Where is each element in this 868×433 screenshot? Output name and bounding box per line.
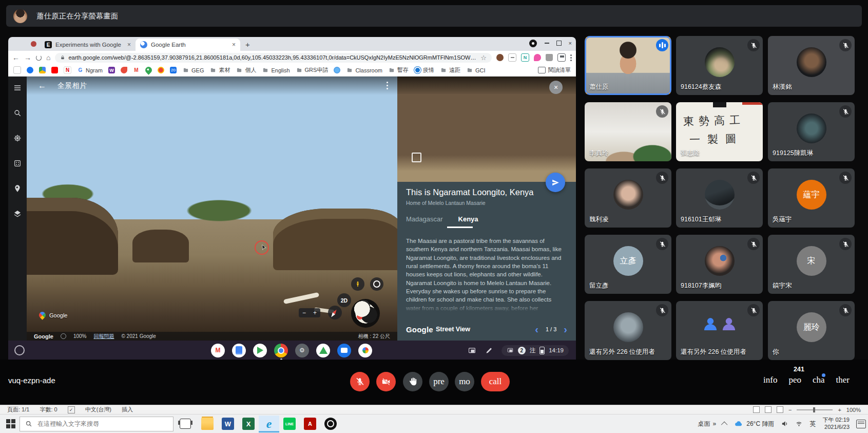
extension-icon[interactable]: N xyxy=(521,53,529,62)
tile-participant[interactable]: 916101王郁琳 xyxy=(676,168,763,228)
acrobat-button[interactable]: A xyxy=(300,416,320,432)
people-button[interactable]: peo xyxy=(788,375,801,385)
tab-close-icon[interactable]: × xyxy=(127,41,131,48)
extension-icon[interactable] xyxy=(534,54,541,61)
gmail-app-icon[interactable]: M xyxy=(211,344,225,357)
search-input[interactable] xyxy=(36,420,157,428)
pegman-button[interactable] xyxy=(351,277,364,291)
weather-widget[interactable]: 26°C 陣雨 xyxy=(734,420,774,428)
system-tray[interactable]: 2 注 14:19 xyxy=(501,345,569,356)
camera-toggle-button[interactable] xyxy=(376,372,396,391)
tile-self[interactable]: 蕭仕原 xyxy=(585,36,671,95)
tile-participant[interactable]: 宋 鎮宇宋 xyxy=(768,235,855,294)
bookmark-folder-remote[interactable]: 遠距 xyxy=(440,66,460,74)
close-window-button[interactable]: × xyxy=(569,40,572,46)
extension-icon[interactable] xyxy=(508,53,516,62)
docs-app-icon[interactable] xyxy=(232,344,246,357)
tile-participant[interactable]: 立彥 留立彥 xyxy=(585,235,671,294)
globe-minimap[interactable] xyxy=(351,299,380,328)
tile-participant[interactable]: 東勢高工 一製圖 張志隆 xyxy=(676,102,763,161)
address-bar[interactable]: earth.google.com/web/@-2.8635159,37.9038… xyxy=(55,53,492,63)
panel-menu-icon[interactable] xyxy=(387,82,388,89)
more-options-button[interactable]: mo xyxy=(455,372,474,391)
files-app-icon[interactable] xyxy=(337,344,351,357)
tile-participant[interactable]: 916124蔡友森 xyxy=(676,36,763,95)
zoom-percent[interactable]: 100% xyxy=(846,407,861,413)
drive-bookmark-icon[interactable] xyxy=(39,67,46,73)
screen-share-icon[interactable] xyxy=(468,347,476,354)
bookmark-folder-gci[interactable]: GCI xyxy=(466,67,486,73)
bookmark-covid[interactable]: 疫情 xyxy=(414,66,434,74)
maps-bookmark-icon[interactable] xyxy=(144,65,153,74)
info-button[interactable]: info xyxy=(763,375,777,385)
tile-participant[interactable]: 魏利凌 xyxy=(585,168,671,228)
web-layout-icon[interactable] xyxy=(777,406,783,413)
extension-icon[interactable] xyxy=(496,54,504,61)
zoom-out-button[interactable]: − xyxy=(302,309,306,316)
tab-kenya[interactable]: Kenya xyxy=(458,215,478,223)
next-page-button[interactable]: › xyxy=(564,324,567,334)
feeling-lucky-icon[interactable] xyxy=(13,159,22,167)
taskbar-clock[interactable]: 下午 02:19 2021/6/23 xyxy=(822,417,850,431)
bookmark-favicon[interactable] xyxy=(158,67,164,73)
bookmark-folder-temp[interactable]: 暫存 xyxy=(388,66,409,74)
bookmark-favicon[interactable] xyxy=(121,67,127,73)
file-explorer-button[interactable] xyxy=(197,416,218,432)
excel-button[interactable]: X xyxy=(238,416,259,432)
placemark-icon[interactable] xyxy=(13,184,22,193)
reload-button[interactable] xyxy=(36,55,42,61)
activities-button[interactable]: ther xyxy=(836,375,850,385)
tab-madagascar[interactable]: Madagascar xyxy=(406,215,443,223)
read-mode-icon[interactable] xyxy=(753,406,760,413)
close-card-button[interactable]: × xyxy=(549,81,563,94)
present-button[interactable]: pre xyxy=(429,372,449,391)
hidden-icons-chevron[interactable] xyxy=(721,421,728,428)
globe-bookmark-icon[interactable] xyxy=(334,67,340,73)
play-store-app-icon[interactable] xyxy=(253,344,267,357)
stylus-icon[interactable] xyxy=(485,347,493,354)
tile-participant[interactable]: 919125陳凱琳 xyxy=(768,102,855,161)
word-button[interactable]: W xyxy=(218,416,238,432)
bookmark-folder-grs[interactable]: GRS申請 xyxy=(296,66,329,74)
zoom-slider-thumb[interactable] xyxy=(813,407,815,412)
tab-google-earth[interactable]: Google Earth × xyxy=(136,39,240,51)
language-indicator[interactable]: 中文(台灣) xyxy=(85,406,111,413)
start-button[interactable] xyxy=(2,416,20,431)
prev-page-button[interactable]: ‹ xyxy=(535,324,538,334)
tile-participant[interactable]: 還有另外 226 位使用者 xyxy=(585,301,671,360)
compass-button[interactable] xyxy=(328,306,342,319)
mic-toggle-button[interactable] xyxy=(350,372,370,391)
launcher-button[interactable] xyxy=(14,345,25,355)
ie-browser-button[interactable]: e xyxy=(259,416,279,432)
tile-overflow-participants[interactable]: 還有另外 226 位使用者 還有另外 226 位使用者 還有另外 226 位使用… xyxy=(676,301,763,360)
minimize-button[interactable] xyxy=(545,43,549,44)
home-button[interactable]: ⌂ xyxy=(46,54,50,61)
bookmark-folder-classroom[interactable]: Classroom xyxy=(346,67,382,73)
extension-icon[interactable] xyxy=(546,54,553,61)
youtube-bookmark-icon[interactable] xyxy=(51,67,58,73)
screenshot-extension-icon[interactable] xyxy=(557,53,566,62)
zoom-out-button[interactable]: − xyxy=(788,407,792,413)
insert-mode[interactable]: 插入 xyxy=(122,406,133,413)
back-button[interactable]: ← xyxy=(12,54,20,61)
network-icon[interactable] xyxy=(795,420,803,427)
gmail-bookmark-icon[interactable]: M xyxy=(133,67,140,73)
2d-toggle-button[interactable]: 2D xyxy=(337,293,351,307)
chrome-app-icon[interactable] xyxy=(274,344,288,357)
camera-app-button[interactable] xyxy=(320,416,341,432)
tile-participant[interactable]: 李真玲 xyxy=(585,102,671,161)
bookmark-favicon[interactable] xyxy=(13,66,21,74)
voyager-icon[interactable] xyxy=(13,134,22,142)
end-call-button[interactable]: call xyxy=(481,372,510,391)
raise-hand-button[interactable] xyxy=(403,372,422,391)
bookmark-star-icon[interactable]: ☆ xyxy=(480,54,487,62)
menu-icon[interactable] xyxy=(13,84,22,92)
settings-app-icon[interactable]: ⚙ xyxy=(295,344,309,357)
layers-icon[interactable] xyxy=(13,210,22,218)
facebook-bookmark-icon[interactable] xyxy=(27,67,33,73)
bookmark-folder-geg[interactable]: GEG xyxy=(182,67,204,73)
bookmark-favicon[interactable]: W xyxy=(108,67,115,73)
tile-you[interactable]: 麗玲 你 xyxy=(768,301,855,360)
calendar-bookmark-icon[interactable]: 20 xyxy=(170,67,177,73)
taskbar-search[interactable] xyxy=(20,417,173,431)
